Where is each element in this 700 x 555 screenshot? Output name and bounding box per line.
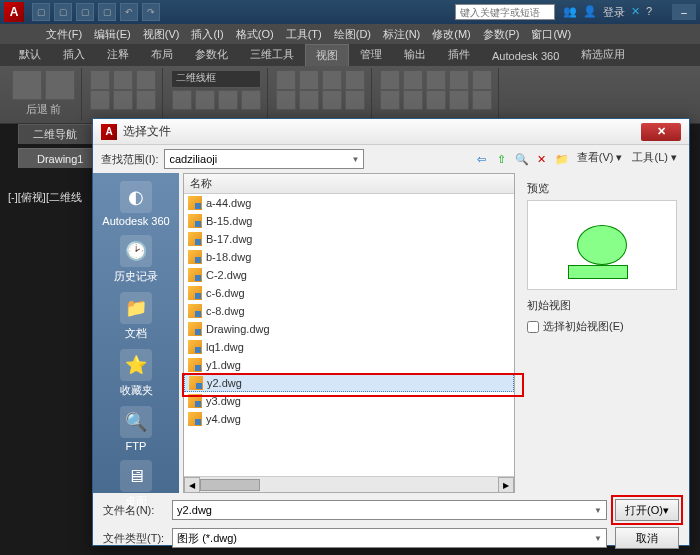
- file-row[interactable]: lq1.dwg: [184, 338, 514, 356]
- pal-icon[interactable]: [380, 70, 400, 90]
- view-icon[interactable]: [136, 90, 156, 110]
- file-row[interactable]: y1.dwg: [184, 356, 514, 374]
- file-row[interactable]: y3.dwg: [184, 392, 514, 410]
- menu-insert[interactable]: 插入(I): [185, 27, 229, 42]
- file-row[interactable]: b-18.dwg: [184, 248, 514, 266]
- view-icon[interactable]: [113, 90, 133, 110]
- view-icon[interactable]: [113, 70, 133, 90]
- menu-modify[interactable]: 修改(M): [426, 27, 477, 42]
- scroll-left-icon[interactable]: ◀: [184, 477, 200, 493]
- minimize-button[interactable]: –: [672, 4, 696, 20]
- menu-file[interactable]: 文件(F): [40, 27, 88, 42]
- filetype-combo[interactable]: 图形 (*.dwg): [172, 528, 607, 548]
- app-logo[interactable]: A: [4, 2, 24, 22]
- tab-insert[interactable]: 插入: [52, 43, 96, 66]
- lookin-combo[interactable]: cadziliaoji: [164, 149, 364, 169]
- column-header[interactable]: 名称: [184, 174, 514, 194]
- pal-icon[interactable]: [449, 70, 469, 90]
- file-row[interactable]: y4.dwg: [184, 410, 514, 428]
- menu-draw[interactable]: 绘图(D): [328, 27, 377, 42]
- tab-a360[interactable]: Autodesk 360: [481, 46, 570, 66]
- menu-edit[interactable]: 编辑(E): [88, 27, 137, 42]
- place-item[interactable]: ⭐收藏夹: [120, 349, 153, 398]
- view-menu[interactable]: 查看(V) ▾: [573, 150, 627, 168]
- filename-input[interactable]: y2.dwg: [172, 500, 607, 520]
- document-tab[interactable]: Drawing1: [18, 148, 102, 170]
- back-icon[interactable]: ⇦: [473, 150, 491, 168]
- delete-icon[interactable]: ✕: [533, 150, 551, 168]
- login-label[interactable]: 登录: [603, 5, 625, 20]
- file-items[interactable]: a-44.dwgB-15.dwgB-17.dwgb-18.dwgC-2.dwgc…: [184, 194, 514, 476]
- vp-icon[interactable]: [276, 90, 296, 110]
- open-icon[interactable]: ▢: [54, 3, 72, 21]
- menu-format[interactable]: 格式(O): [230, 27, 280, 42]
- vp-icon[interactable]: [322, 70, 342, 90]
- vp-icon[interactable]: [276, 70, 296, 90]
- tab-layout[interactable]: 布局: [140, 43, 184, 66]
- pal-icon[interactable]: [472, 90, 492, 110]
- dialog-titlebar[interactable]: A 选择文件 ✕: [93, 119, 689, 145]
- tab-parametric[interactable]: 参数化: [184, 43, 239, 66]
- scroll-thumb[interactable]: [200, 479, 260, 491]
- hscroll[interactable]: ◀ ▶: [184, 476, 514, 492]
- checkbox[interactable]: [527, 321, 539, 333]
- menu-window[interactable]: 窗口(W): [525, 27, 577, 42]
- pal-icon[interactable]: [426, 70, 446, 90]
- file-row[interactable]: c-8.dwg: [184, 302, 514, 320]
- tab-3dtools[interactable]: 三维工具: [239, 43, 305, 66]
- new-icon[interactable]: ▢: [32, 3, 50, 21]
- style-icon[interactable]: [172, 90, 192, 110]
- scroll-right-icon[interactable]: ▶: [498, 477, 514, 493]
- tab-featured[interactable]: 精选应用: [570, 43, 636, 66]
- pal-icon[interactable]: [449, 90, 469, 110]
- people-icon[interactable]: 👥: [563, 5, 577, 20]
- undo-icon[interactable]: ↶: [120, 3, 138, 21]
- file-row[interactable]: Drawing.dwg: [184, 320, 514, 338]
- tab-manage[interactable]: 管理: [349, 43, 393, 66]
- help-icon[interactable]: ?: [646, 5, 652, 20]
- vp-icon[interactable]: [345, 90, 365, 110]
- style-icon[interactable]: [218, 90, 238, 110]
- nav-back-icon[interactable]: [12, 70, 42, 100]
- up-icon[interactable]: ⇧: [493, 150, 511, 168]
- print-icon[interactable]: ▢: [98, 3, 116, 21]
- vp-icon[interactable]: [299, 70, 319, 90]
- cancel-button[interactable]: 取消: [615, 527, 679, 549]
- place-item[interactable]: 🔍FTP: [120, 406, 152, 452]
- tab-plugins[interactable]: 插件: [437, 43, 481, 66]
- pal-icon[interactable]: [426, 90, 446, 110]
- tab-view[interactable]: 视图: [305, 44, 349, 66]
- vp-icon[interactable]: [299, 90, 319, 110]
- save-icon[interactable]: ▢: [76, 3, 94, 21]
- place-item[interactable]: ◐Autodesk 360: [102, 181, 169, 227]
- vp-icon[interactable]: [322, 90, 342, 110]
- select-initial-view-checkbox[interactable]: 选择初始视图(E): [527, 319, 681, 334]
- tools-menu[interactable]: 工具(L) ▾: [628, 150, 681, 168]
- file-row[interactable]: B-17.dwg: [184, 230, 514, 248]
- tab-default[interactable]: 默认: [8, 43, 52, 66]
- place-item[interactable]: 🕑历史记录: [114, 235, 158, 284]
- style-icon[interactable]: [241, 90, 261, 110]
- pal-icon[interactable]: [380, 90, 400, 110]
- search-icon[interactable]: 🔍: [513, 150, 531, 168]
- nav-fwd-icon[interactable]: [45, 70, 75, 100]
- tab-annotate[interactable]: 注释: [96, 43, 140, 66]
- section-tab[interactable]: 二维导航: [18, 124, 92, 144]
- view-icon[interactable]: [90, 70, 110, 90]
- open-button[interactable]: 打开(O) ▾: [615, 499, 679, 521]
- close-button[interactable]: ✕: [641, 123, 681, 141]
- menu-param[interactable]: 参数(P): [477, 27, 526, 42]
- exchange-icon[interactable]: ✕: [631, 5, 640, 20]
- redo-icon[interactable]: ↷: [142, 3, 160, 21]
- pal-icon[interactable]: [472, 70, 492, 90]
- search-input[interactable]: [455, 4, 555, 20]
- pal-icon[interactable]: [403, 90, 423, 110]
- menu-view[interactable]: 视图(V): [137, 27, 186, 42]
- view-icon[interactable]: [90, 90, 110, 110]
- visual-style-combo[interactable]: 二维线框: [171, 70, 261, 88]
- file-row[interactable]: C-2.dwg: [184, 266, 514, 284]
- file-row[interactable]: y2.dwg: [184, 374, 514, 392]
- file-row[interactable]: B-15.dwg: [184, 212, 514, 230]
- menu-dim[interactable]: 标注(N): [377, 27, 426, 42]
- view-icon[interactable]: [136, 70, 156, 90]
